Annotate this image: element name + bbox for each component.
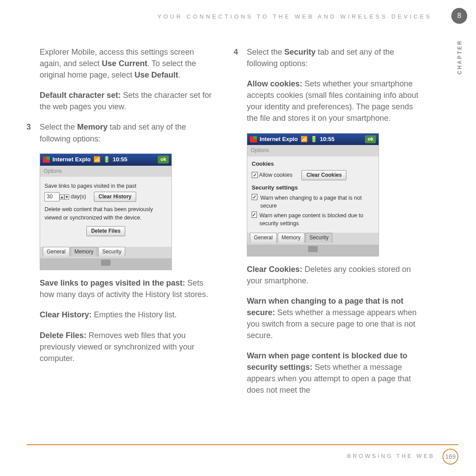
step-text: Select the Security tab and set any of t… <box>247 46 423 69</box>
ss-keyboard-bar[interactable] <box>247 245 379 256</box>
allow-cookies-row: ✓ Allow cookies Clear Cookies <box>252 170 374 180</box>
tab-memory[interactable]: Memory <box>71 247 97 257</box>
para-save-links: Save links to pages visited in the past:… <box>26 277 216 300</box>
warn-blocked-row: ✓ Warn when page content is blocked due … <box>252 212 374 227</box>
footer-section-title: BROWSING THE WEB <box>347 453 435 459</box>
spinner-up-icon[interactable]: ▴ <box>60 194 64 200</box>
text: Empties the History list. <box>92 310 177 319</box>
bold-allow-cookies: Allow cookies: <box>247 79 302 88</box>
para-clear-cookies: Clear Cookies: Deletes any cookies store… <box>234 264 423 286</box>
spinner-down-icon[interactable]: ▾ <box>64 194 69 200</box>
ss-body: Save links to pages visited in the past … <box>40 177 171 247</box>
para-warn-blocked: Warn when page content is blocked due to… <box>234 350 423 396</box>
signal-icon: 📶 <box>301 135 308 144</box>
warn-insecure-label: Warn when changing to a page that is not… <box>260 194 374 210</box>
security-section-title: Security settings <box>252 184 374 192</box>
screenshot-memory-options: Internet Explo 📶 🔋 10:55 ok Options Save… <box>40 153 172 271</box>
ss-delete-row: Delete Files <box>45 226 167 236</box>
ss-titlebar: Internet Explo 📶 🔋 10:55 ok <box>247 134 379 145</box>
keyboard-icon <box>101 260 111 266</box>
bold-clear-cookies: Clear Cookies: <box>247 265 302 274</box>
page-number-badge: 169 <box>443 449 458 465</box>
step-number: 4 <box>234 46 242 69</box>
warn-insecure-row: ✓ Warn when changing to a page that is n… <box>252 194 374 210</box>
step-4: 4 Select the Security tab and set any of… <box>234 46 423 69</box>
ss-app-title: Internet Explo <box>260 135 298 144</box>
para-allow-cookies: Allow cookies: Sets whether your smartph… <box>234 78 423 124</box>
ss-save-links-label: Save links to pages visited in the past <box>45 182 167 190</box>
warn-blocked-checkbox[interactable]: ✓ <box>252 212 257 218</box>
step-3: 3 Select the Memory tab and set any of t… <box>26 121 216 144</box>
cookies-section-title: Cookies <box>252 160 374 168</box>
ss-keyboard-bar[interactable] <box>40 258 171 270</box>
para-use-current: Explorer Mobile, access this settings sc… <box>26 46 216 81</box>
ss-tabs: General Memory Security <box>40 247 171 258</box>
ss-subtitle: Options <box>247 145 379 156</box>
windows-flag-icon <box>43 156 50 163</box>
text: Select the <box>40 123 77 131</box>
bold-use-default: Use Default <box>134 71 178 79</box>
tab-general[interactable]: General <box>43 247 70 257</box>
ss-titlebar: Internet Explo 📶 🔋 10:55 ok <box>40 154 171 166</box>
screenshot-security-options: Internet Explo 📶 🔋 10:55 ok Options Cook… <box>247 133 379 257</box>
text: Select the <box>247 48 284 56</box>
tab-general[interactable]: General <box>250 233 277 242</box>
warn-blocked-label: Warn when page content is blocked due to… <box>260 212 375 227</box>
bold-security: Security <box>284 48 316 56</box>
days-unit: day(s) <box>71 193 86 200</box>
step-text: Select the Memory tab and set any of the… <box>40 121 216 144</box>
battery-icon: 🔋 <box>310 135 317 144</box>
running-head: YOUR CONNECTIONS TO THE WEB AND WIRELESS… <box>26 13 450 20</box>
days-input[interactable]: 30 <box>45 192 60 201</box>
chapter-label-vertical: CHAPTER <box>457 40 463 74</box>
ok-button[interactable]: ok <box>365 135 376 143</box>
content-columns: Explorer Mobile, access this settings sc… <box>26 46 450 405</box>
ss-time: 10:55 <box>113 156 127 164</box>
allow-cookies-checkbox[interactable]: ✓ <box>252 172 258 178</box>
clear-history-button[interactable]: Clear History <box>94 192 137 202</box>
ss-delete-desc: Delete web content that has been previou… <box>45 205 167 221</box>
allow-cookies-label: Allow cookies <box>259 172 293 178</box>
delete-files-button[interactable]: Delete Files <box>86 226 126 236</box>
tab-security[interactable]: Security <box>98 247 125 257</box>
bold-clear-history: Clear History: <box>40 310 92 319</box>
bold-use-current: Use Current <box>102 59 147 68</box>
para-clear-history: Clear History: Empties the History list. <box>26 309 216 320</box>
ss-days-row: 30▴▾ day(s) Clear History <box>45 192 167 202</box>
keyboard-icon <box>308 246 318 252</box>
ss-tabs: General Memory Security <box>247 233 379 244</box>
bold-default-charset: Default character set: <box>40 91 121 100</box>
battery-icon: 🔋 <box>103 156 110 164</box>
chapter-number-badge: 8 <box>451 8 467 24</box>
para-delete-files: Delete Files: Removes web files that you… <box>26 330 216 364</box>
right-column: 4 Select the Security tab and set any of… <box>234 46 423 405</box>
signal-icon: 📶 <box>93 156 100 164</box>
ss-app-title: Internet Explo <box>52 156 91 164</box>
ss-time: 10:55 <box>320 135 335 144</box>
windows-flag-icon <box>250 136 257 142</box>
ss-subtitle: Options <box>40 166 171 177</box>
clear-cookies-button[interactable]: Clear Cookies <box>301 170 346 180</box>
text: . <box>178 71 180 79</box>
ss-body: Cookies ✓ Allow cookies Clear Cookies Se… <box>247 156 379 233</box>
footer: BROWSING THE WEB 169 <box>26 444 458 465</box>
step-number: 3 <box>26 121 34 144</box>
tab-memory[interactable]: Memory <box>278 233 305 242</box>
para-warn-insecure: Warn when changing to a page that is not… <box>234 295 423 341</box>
ok-button[interactable]: ok <box>158 156 169 164</box>
tab-security[interactable]: Security <box>305 233 332 242</box>
bold-delete-files: Delete Files: <box>40 331 86 340</box>
bold-save-links: Save links to pages visited in the past: <box>40 279 185 287</box>
para-default-charset: Default character set: Sets the characte… <box>26 89 216 112</box>
left-column: Explorer Mobile, access this settings sc… <box>26 46 216 405</box>
bold-memory: Memory <box>77 123 108 131</box>
warn-insecure-checkbox[interactable]: ✓ <box>252 194 257 200</box>
